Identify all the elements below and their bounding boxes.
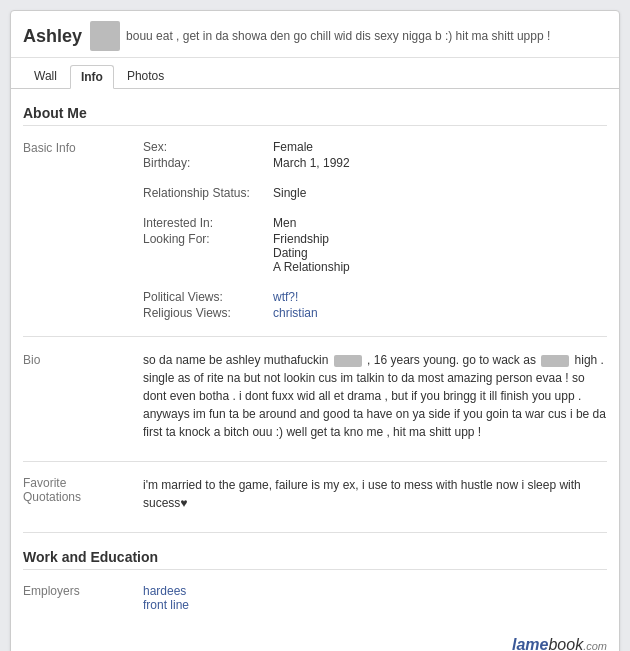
political-views-label: Political Views: (143, 290, 273, 304)
interests-category (23, 216, 143, 276)
relationship-status-row: Relationship Status: Single (143, 186, 607, 200)
birthday-label: Birthday: (143, 156, 273, 170)
bio-label: Bio (23, 351, 143, 441)
lamebook-logo: lamebook.com (512, 636, 607, 651)
interests-group: Interested In: Men Looking For: Friendsh… (23, 212, 607, 280)
bio-text: so da name be ashley muthafuckin , 16 ye… (143, 351, 607, 441)
work-divider (23, 532, 607, 533)
looking-for-friendship: Friendship (273, 232, 350, 246)
basic-info-label: Basic Info (23, 141, 76, 155)
political-views-value[interactable]: wtf?! (273, 290, 298, 304)
views-group: Political Views: wtf?! Religious Views: … (23, 286, 607, 326)
profile-header: Ashley bouu eat , get in da showa den go… (11, 11, 619, 58)
sex-row: Sex: Female (143, 140, 607, 154)
relationship-status-label: Relationship Status: (143, 186, 273, 200)
profile-content: About Me Basic Info Sex: Female Birthday… (11, 89, 619, 632)
lamebook-book: book (548, 636, 583, 651)
birthday-value: March 1, 1992 (273, 156, 350, 170)
looking-for-row: Looking For: Friendship Dating A Relatio… (143, 232, 607, 274)
bio-divider (23, 336, 607, 337)
religious-views-label: Religious Views: (143, 306, 273, 320)
tab-photos[interactable]: Photos (116, 64, 175, 88)
sex-label: Sex: (143, 140, 273, 154)
interested-in-label: Interested In: (143, 216, 273, 230)
profile-card: Ashley bouu eat , get in da showa den go… (10, 10, 620, 651)
lamebook-lame: lame (512, 636, 548, 651)
views-fields: Political Views: wtf?! Religious Views: … (143, 290, 607, 322)
interested-in-row: Interested In: Men (143, 216, 607, 230)
relationship-status-value: Single (273, 186, 306, 200)
interested-in-value: Men (273, 216, 296, 230)
profile-tabs: Wall Info Photos (11, 58, 619, 89)
employer-position[interactable]: front line (143, 598, 607, 612)
employer-name[interactable]: hardees (143, 584, 607, 598)
relationship-category (23, 186, 143, 202)
religious-views-row: Religious Views: christian (143, 306, 607, 320)
religious-views-value[interactable]: christian (273, 306, 318, 320)
quotes-divider (23, 461, 607, 462)
employer-section: Employers hardees front line (23, 580, 607, 622)
about-me-heading: About Me (23, 99, 607, 126)
looking-for-label: Looking For: (143, 232, 273, 274)
lamebook-com: .com (583, 640, 607, 651)
birthday-row: Birthday: March 1, 1992 (143, 156, 607, 170)
employer-label: Employers (23, 584, 143, 612)
tab-info[interactable]: Info (70, 65, 114, 89)
quotes-section: FavoriteQuotations i'm married to the ga… (23, 472, 607, 522)
bio-section: Bio so da name be ashley muthafuckin , 1… (23, 347, 607, 451)
profile-footer: lamebook.com (11, 632, 619, 651)
basic-info-fields: Sex: Female Birthday: March 1, 1992 (143, 140, 607, 172)
blurred-name (334, 355, 362, 367)
tab-wall[interactable]: Wall (23, 64, 68, 88)
profile-name: Ashley (23, 26, 82, 47)
basic-info-category-label: Basic Info (23, 140, 143, 172)
looking-for-relationship: A Relationship (273, 260, 350, 274)
quotes-label-text: FavoriteQuotations (23, 476, 81, 504)
profile-status: bouu eat , get in da showa den go chill … (126, 29, 607, 43)
employer-details: hardees front line (143, 584, 607, 612)
basic-info-group: Basic Info Sex: Female Birthday: March 1… (23, 136, 607, 176)
quotes-text: i'm married to the game, failure is my e… (143, 476, 607, 512)
interests-fields: Interested In: Men Looking For: Friendsh… (143, 216, 607, 276)
quotes-label: FavoriteQuotations (23, 476, 143, 512)
avatar (90, 21, 120, 51)
political-views-row: Political Views: wtf?! (143, 290, 607, 304)
work-education-heading: Work and Education (23, 543, 607, 570)
relationship-fields: Relationship Status: Single (143, 186, 607, 202)
looking-for-dating: Dating (273, 246, 350, 260)
sex-value: Female (273, 140, 313, 154)
relationship-group: Relationship Status: Single (23, 182, 607, 206)
views-category (23, 290, 143, 322)
looking-for-values: Friendship Dating A Relationship (273, 232, 350, 274)
blurred-school (541, 355, 569, 367)
